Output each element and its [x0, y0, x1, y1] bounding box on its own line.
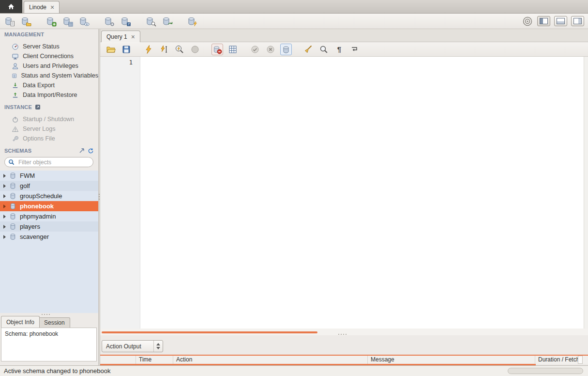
tab-label: Session — [44, 319, 65, 326]
refresh-connection-icon[interactable] — [162, 16, 173, 27]
sidebar-item-label: Status and System Variables — [21, 72, 98, 79]
warning-icon — [12, 125, 19, 133]
chevron-right-icon[interactable] — [3, 235, 6, 239]
sidebar-item-server-status[interactable]: Server Status — [0, 42, 98, 51]
toggle-stop-on-error-icon[interactable] — [211, 44, 223, 55]
explain-icon[interactable] — [174, 44, 185, 55]
sidebar-item-options-file[interactable]: Options File — [0, 134, 98, 143]
show-invisibles-icon[interactable] — [333, 44, 345, 55]
sidebar-item-client-connections[interactable]: Client Connections — [0, 51, 98, 61]
schema-item-players[interactable]: players — [0, 221, 98, 232]
sidebar-item-server-logs[interactable]: Server Logs — [0, 124, 98, 134]
limit-rows-icon[interactable] — [227, 44, 239, 55]
create-view-icon[interactable] — [78, 16, 90, 27]
sidebar-item-label: Server Logs — [23, 125, 55, 132]
execute-icon[interactable] — [143, 44, 154, 55]
home-tab[interactable] — [0, 0, 22, 13]
chevron-right-icon[interactable] — [3, 204, 6, 208]
sidebar-item-users-privileges[interactable]: Users and Privileges — [0, 61, 98, 71]
schemas-section-title: SCHEMAS — [0, 146, 98, 155]
wrap-text-icon[interactable] — [349, 44, 361, 55]
schema-icon — [9, 233, 16, 240]
sql-editor: 1 — [100, 57, 588, 329]
column-header-blank — [100, 356, 136, 364]
management-section-title: MANAGEMENT — [0, 30, 98, 39]
sidebar-item-data-export[interactable]: Data Export — [0, 80, 98, 90]
refresh-schemas-icon[interactable] — [88, 148, 94, 154]
stop-icon[interactable] — [189, 44, 201, 55]
tab-label: Object Info — [6, 319, 34, 326]
schema-filter-input[interactable] — [17, 158, 82, 166]
beautify-icon[interactable] — [302, 44, 314, 55]
open-script-icon[interactable] — [105, 44, 117, 55]
sql-editor-area[interactable] — [141, 57, 584, 329]
info-tab-bar: Object Info Session — [0, 316, 98, 328]
schema-item-golf[interactable]: golf — [0, 181, 98, 191]
reconnect-dbms-icon[interactable] — [187, 16, 198, 27]
schema-name: scavenger — [20, 233, 49, 240]
query-tab-label: Query 1 — [106, 33, 127, 40]
schema-item-fwm[interactable]: FWM — [0, 171, 98, 181]
main-toolbar: f — [0, 14, 588, 29]
schema-item-groupschedule[interactable]: groupSchedule — [0, 191, 98, 201]
schema-name: groupSchedule — [20, 192, 62, 200]
grid-vertical-scrollbar[interactable] — [578, 356, 583, 364]
sidebar-item-label: Client Connections — [23, 53, 74, 60]
schema-icon — [9, 223, 16, 230]
close-icon[interactable] — [50, 4, 54, 11]
splitter-grip — [99, 194, 100, 200]
schema-item-phonebook[interactable]: phonebook — [0, 201, 98, 211]
output-type-select[interactable]: Action Output — [102, 340, 163, 352]
save-script-icon[interactable] — [121, 44, 132, 55]
schema-item-phpmyadmin[interactable]: phpmyadmin — [0, 211, 98, 221]
close-icon[interactable] — [131, 33, 135, 40]
data-import-icon — [12, 92, 19, 99]
create-procedure-icon[interactable] — [104, 16, 115, 27]
connection-tab[interactable]: Linode — [24, 1, 60, 13]
new-sql-tab-icon[interactable] — [4, 16, 15, 27]
column-header-time: Time — [136, 356, 173, 364]
status-scrollbar[interactable] — [508, 368, 583, 374]
data-export-icon — [12, 82, 19, 89]
execute-current-statement-icon[interactable] — [158, 44, 170, 55]
toggle-sidebar-button[interactable] — [537, 16, 550, 26]
create-schema-icon[interactable] — [45, 16, 57, 27]
expand-schemas-icon[interactable] — [79, 148, 85, 154]
find-icon[interactable] — [318, 44, 330, 55]
rollback-icon[interactable] — [265, 44, 276, 55]
select-spinner-icon[interactable] — [153, 341, 163, 352]
toggle-secondary-sidebar-button[interactable] — [571, 16, 584, 26]
chevron-right-icon[interactable] — [3, 215, 6, 219]
output-type-value: Action Output — [106, 343, 141, 350]
instance-items: Startup / Shutdown Server Logs Options F… — [0, 114, 98, 143]
sidebar-item-data-import[interactable]: Data Import/Restore — [0, 90, 98, 100]
schema-item-scavenger[interactable]: scavenger — [0, 232, 98, 242]
sidebar-item-label: Startup / Shutdown — [23, 116, 74, 123]
sidebar-item-startup-shutdown[interactable]: Startup / Shutdown — [0, 114, 98, 124]
toggle-output-area-button[interactable] — [554, 16, 567, 26]
sidebar-item-system-variables[interactable]: Status and System Variables — [0, 71, 98, 80]
create-function-icon[interactable]: f — [120, 16, 132, 27]
output-grid-header: Time Action Message Duration / Fetch — [100, 355, 588, 365]
chevron-right-icon[interactable] — [3, 174, 6, 178]
chevron-right-icon[interactable] — [3, 194, 6, 198]
schema-icon — [9, 172, 16, 179]
chevron-right-icon[interactable] — [3, 184, 6, 188]
create-table-icon[interactable] — [62, 16, 74, 27]
editor-vertical-scrollbar[interactable] — [584, 57, 588, 329]
open-sql-script-icon[interactable] — [20, 16, 32, 27]
toggle-autocommit-icon[interactable] — [280, 44, 292, 55]
sidebar-splitter-grip[interactable] — [42, 314, 50, 315]
commit-icon[interactable] — [249, 44, 261, 55]
tab-session[interactable]: Session — [39, 317, 70, 328]
object-info-text: Schema: phonebook — [5, 330, 58, 337]
output-splitter-grip[interactable] — [338, 334, 347, 335]
line-number: 1 — [100, 57, 140, 66]
tab-query-1[interactable]: Query 1 — [101, 31, 140, 42]
scrollbar-thumb[interactable] — [102, 331, 317, 333]
tab-object-info[interactable]: Object Info — [1, 316, 40, 328]
sidebar-item-label: Server Status — [23, 43, 60, 50]
search-table-data-icon[interactable] — [145, 16, 157, 27]
chevron-right-icon[interactable] — [3, 225, 6, 229]
users-icon — [12, 63, 19, 70]
